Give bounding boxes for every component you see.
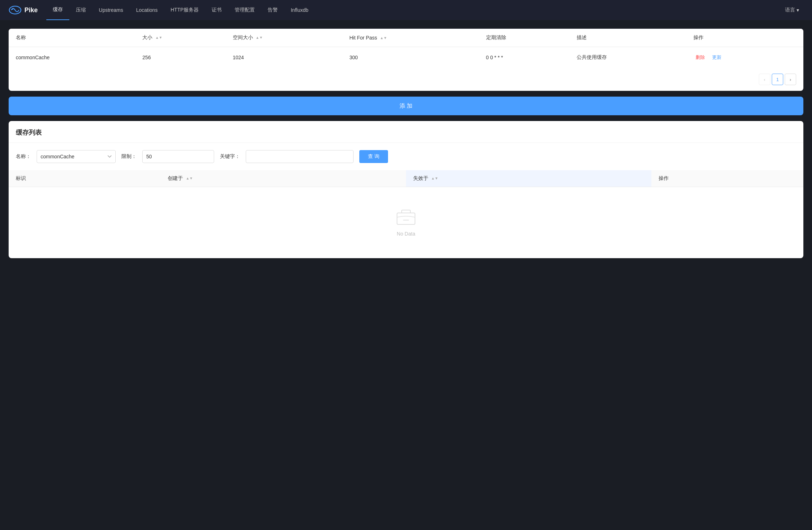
- cell-size: 256: [135, 47, 225, 68]
- th-hit-for-pass: Hit For Pass ▲▼: [342, 29, 479, 47]
- cache-table-body: commonCache 256 1024 300 0 0 * * * 公共使用缓…: [9, 47, 803, 68]
- nav-item-compress[interactable]: 压缩: [69, 0, 92, 20]
- nav-item-admin[interactable]: 管理配置: [228, 0, 261, 20]
- navbar: Pike 缓存压缩UpstreamsLocationsHTTP服务器证书管理配置…: [0, 0, 812, 20]
- nav-item-cert[interactable]: 证书: [205, 0, 228, 20]
- pagination: ‹ 1 ›: [9, 68, 803, 91]
- keyword-filter-input[interactable]: [246, 150, 354, 163]
- cell-desc: 公共使用缓存: [569, 47, 687, 68]
- th-zone-size: 空间大小 ▲▼: [226, 29, 342, 47]
- list-header-row: 标识 创建于 ▲▼ 失效于 ▲▼ 操作: [9, 170, 803, 187]
- logo-text: Pike: [24, 6, 38, 14]
- limit-filter-input[interactable]: [142, 150, 214, 163]
- th-purge: 定期清除: [479, 29, 569, 47]
- name-filter-label: 名称：: [16, 153, 31, 160]
- svg-rect-2: [397, 213, 415, 224]
- th-size: 大小 ▲▼: [135, 29, 225, 47]
- th-name: 名称: [9, 29, 135, 47]
- cell-zone-size: 1024: [226, 47, 342, 68]
- current-page-button[interactable]: 1: [772, 74, 783, 85]
- sort-hfp-icon[interactable]: ▲▼: [380, 37, 387, 39]
- no-data-label: No Data: [397, 231, 415, 237]
- cell-hit-for-pass: 300: [342, 47, 479, 68]
- logo-icon: [9, 4, 22, 17]
- keyword-filter-label: 关键字：: [220, 153, 240, 160]
- sort-created-icon[interactable]: ▲▼: [186, 177, 193, 180]
- nav-item-http_server[interactable]: HTTP服务器: [164, 0, 206, 20]
- main-content: 名称 大小 ▲▼ 空间大小 ▲▼ Hit For Pass ▲▼ 定期清除 描述…: [0, 20, 812, 267]
- no-data-icon: [395, 209, 417, 227]
- nav-lang-label: 语言: [785, 7, 795, 13]
- table-row: commonCache 256 1024 300 0 0 * * * 公共使用缓…: [9, 47, 803, 68]
- cell-purge: 0 0 * * *: [479, 47, 569, 68]
- sort-expired-icon[interactable]: ▲▼: [431, 177, 438, 180]
- svg-point-1: [12, 9, 13, 10]
- name-filter-select[interactable]: commonCache: [37, 150, 116, 163]
- cache-list-card: 缓存列表 名称： commonCache 限制： 关键字： 查 询 标识 创建于…: [9, 121, 803, 258]
- cell-actions: 删除 更新: [686, 47, 803, 68]
- row-actions: 删除 更新: [693, 54, 796, 61]
- filter-bar: 名称： commonCache 限制： 关键字： 查 询: [9, 143, 803, 170]
- add-cache-button[interactable]: 添 加: [9, 97, 803, 115]
- nav-item-alert[interactable]: 告警: [261, 0, 284, 20]
- next-page-button[interactable]: ›: [785, 74, 796, 85]
- logo[interactable]: Pike: [9, 4, 38, 17]
- th-list-created: 创建于 ▲▼: [161, 170, 406, 187]
- table-header-row: 名称 大小 ▲▼ 空间大小 ▲▼ Hit For Pass ▲▼ 定期清除 描述…: [9, 29, 803, 47]
- nav-item-cache[interactable]: 缓存: [46, 0, 69, 20]
- th-list-expired: 失效于 ▲▼: [406, 170, 651, 187]
- cache-list-table: 标识 创建于 ▲▼ 失效于 ▲▼ 操作: [9, 170, 803, 187]
- th-desc: 描述: [569, 29, 687, 47]
- cache-config-table: 名称 大小 ▲▼ 空间大小 ▲▼ Hit For Pass ▲▼ 定期清除 描述…: [9, 29, 803, 68]
- limit-filter-label: 限制：: [121, 153, 137, 160]
- th-list-actions: 操作: [651, 170, 803, 187]
- cell-name: commonCache: [9, 47, 135, 68]
- sort-zone-icon[interactable]: ▲▼: [256, 36, 263, 39]
- cache-list-title: 缓存列表: [9, 121, 803, 143]
- nav-item-locations[interactable]: Locations: [130, 0, 164, 20]
- sort-size-icon[interactable]: ▲▼: [155, 36, 162, 39]
- no-data-section: No Data: [9, 187, 803, 258]
- nav-lang-icon: ▾: [797, 7, 799, 13]
- update-button[interactable]: 更新: [710, 54, 724, 61]
- th-list-key: 标识: [9, 170, 161, 187]
- delete-button[interactable]: 删除: [693, 54, 707, 61]
- nav-items: 缓存压缩UpstreamsLocationsHTTP服务器证书管理配置告警Inf…: [46, 0, 315, 20]
- th-actions: 操作: [686, 29, 803, 47]
- cache-config-card: 名称 大小 ▲▼ 空间大小 ▲▼ Hit For Pass ▲▼ 定期清除 描述…: [9, 29, 803, 91]
- nav-lang[interactable]: 语言 ▾: [781, 0, 803, 20]
- prev-page-button[interactable]: ‹: [759, 74, 770, 85]
- nav-item-influxdb[interactable]: Influxdb: [284, 0, 315, 20]
- query-button[interactable]: 查 询: [359, 150, 388, 163]
- nav-item-upstreams[interactable]: Upstreams: [92, 0, 130, 20]
